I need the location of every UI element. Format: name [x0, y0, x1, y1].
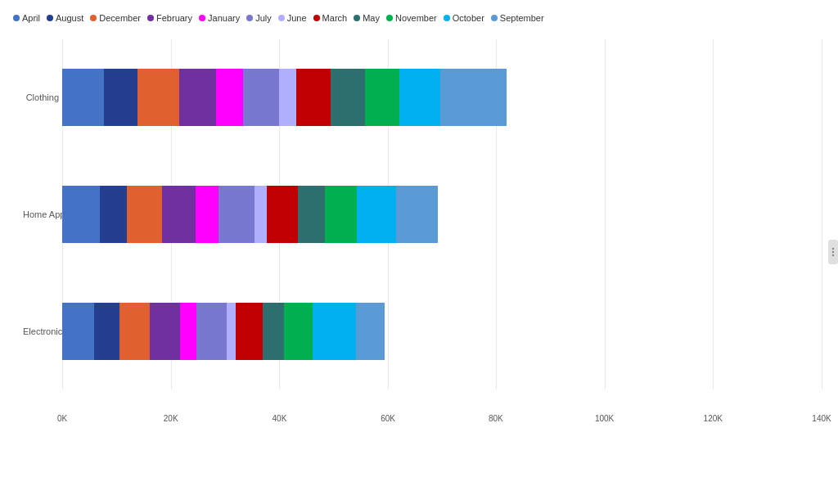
bar-home-appliances [62, 186, 480, 243]
bar-row-home-appliances: Home Appliances [62, 182, 822, 247]
legend-dot-january [199, 15, 205, 21]
legend-label-october: October [453, 13, 484, 23]
legend-dot-september [491, 15, 498, 21]
bar-segment-december [127, 186, 162, 243]
bar-segment-march [236, 303, 263, 360]
legend-dot-april [13, 15, 20, 21]
legend-item-may: May [354, 13, 380, 23]
legend-label-november: November [395, 13, 437, 23]
bar-clothing [62, 69, 551, 126]
legend-item-january: January [199, 13, 240, 23]
bar-segment-may [298, 186, 325, 243]
x-ticks-row: 0K20K40K60K80K100K120K140K [62, 414, 822, 430]
bar-row-clothing: Clothing [62, 65, 822, 130]
bar-segment-august [94, 303, 119, 360]
bar-segment-march [296, 69, 331, 126]
bar-segment-april [62, 303, 94, 360]
bar-segment-december [137, 69, 179, 126]
bar-label-clothing: Clothing [23, 92, 59, 102]
bar-segment-september [396, 186, 438, 243]
bar-segment-june [279, 69, 296, 126]
legend-item-september: September [491, 13, 544, 23]
bar-segment-november [284, 303, 313, 360]
bar-segment-may [263, 303, 284, 360]
x-axis-title [21, 430, 822, 432]
legend-label-june: June [287, 13, 307, 23]
scroll-handle[interactable] [828, 240, 838, 264]
legend-label-december: December [99, 13, 141, 23]
bar-segment-april [62, 186, 100, 243]
legend-item-november: November [386, 13, 437, 23]
legend-item-march: March [313, 13, 348, 23]
x-tick-label-60K: 60K [381, 414, 395, 423]
bar-segment-july [219, 186, 254, 243]
bar-segment-january [196, 186, 219, 243]
bar-segment-february [150, 303, 180, 360]
legend-item-december: December [90, 13, 141, 23]
bar-segment-september [356, 303, 385, 360]
bar-segment-october [399, 69, 441, 126]
bar-segment-june [227, 303, 236, 360]
legend-label-september: September [500, 13, 544, 23]
legend-dot-december [90, 15, 97, 21]
chart-inner: ClothingHome AppliancesElectronics 0K20K… [21, 31, 822, 432]
svg-point-1 [832, 251, 834, 253]
legend-label-march: March [322, 13, 348, 23]
legend-dot-august [47, 15, 53, 21]
legend-label-january: January [208, 13, 240, 23]
bar-segment-april [62, 69, 104, 126]
legend-label-february: February [156, 13, 192, 23]
bar-label-home-appliances: Home Appliances [23, 209, 59, 219]
x-tick-label-40K: 40K [273, 414, 287, 423]
chart-area: ClothingHome AppliancesElectronics 0K20K… [8, 31, 822, 432]
bar-segment-december [119, 303, 150, 360]
bar-segment-january [216, 69, 243, 126]
bar-segment-november [365, 69, 399, 126]
legend-dot-march [313, 15, 320, 21]
bar-row-electronics: Electronics [62, 299, 822, 364]
x-tick-label-140K: 140K [812, 414, 831, 423]
legend-item-april: April [13, 13, 40, 23]
svg-point-0 [832, 248, 834, 250]
svg-point-2 [832, 254, 834, 256]
grid-line-7 [822, 39, 822, 389]
bars-and-labels: ClothingHome AppliancesElectronics [21, 31, 822, 414]
bar-segment-february [162, 186, 196, 243]
bar-segment-august [100, 186, 127, 243]
bar-segment-may [331, 69, 365, 126]
chart-container: AprilAugustDecemberFebruaryJanuaryJulyJu… [0, 0, 838, 504]
bar-segment-october [357, 186, 396, 243]
x-tick-label-100K: 100K [595, 414, 614, 423]
x-tick-label-0K: 0K [57, 414, 67, 423]
bar-segment-september [440, 69, 507, 126]
legend-label-july: July [255, 13, 272, 23]
bar-segment-march [267, 186, 298, 243]
bar-segment-july [196, 303, 227, 360]
legend-item-august: August [47, 13, 83, 23]
legend-dot-may [354, 15, 360, 21]
legend-dot-july [246, 15, 253, 21]
x-tick-label-120K: 120K [704, 414, 723, 423]
legend-label-may: May [363, 13, 380, 23]
bar-segment-october [313, 303, 355, 360]
bar-segment-july [243, 69, 280, 126]
legend: AprilAugustDecemberFebruaryJanuaryJulyJu… [8, 13, 822, 23]
bar-segment-june [255, 186, 267, 243]
legend-dot-october [444, 15, 450, 21]
legend-dot-november [386, 15, 393, 21]
legend-item-june: June [278, 13, 307, 23]
legend-label-april: April [22, 13, 40, 23]
legend-label-august: August [56, 13, 83, 23]
bar-label-electronics: Electronics [23, 326, 59, 336]
bar-segment-january [180, 303, 196, 360]
legend-item-october: October [444, 13, 484, 23]
bar-segment-february [179, 69, 216, 126]
legend-dot-june [278, 15, 285, 21]
x-tick-label-20K: 20K [164, 414, 178, 423]
bar-electronics [62, 303, 420, 360]
y-axis-label [8, 31, 21, 432]
bar-segment-november [325, 186, 356, 243]
legend-dot-february [147, 15, 154, 21]
x-tick-label-80K: 80K [489, 414, 503, 423]
legend-item-july: July [246, 13, 272, 23]
